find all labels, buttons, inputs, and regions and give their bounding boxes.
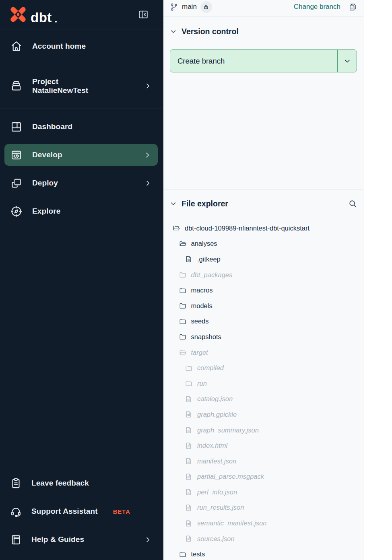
tree-item-sources.json[interactable]: sources.json	[170, 531, 357, 547]
copy-button[interactable]	[348, 2, 357, 12]
change-branch-link[interactable]: Change branch	[294, 3, 340, 11]
dbt-logo-icon	[9, 5, 27, 24]
version-control-panel: main Change branch	[163, 0, 363, 560]
sidebar-item-leave-feedback[interactable]: Leave feedback	[0, 469, 163, 497]
create-branch-dropdown-button[interactable]	[337, 50, 357, 72]
chevron-right-icon	[144, 151, 151, 159]
dbt-logo-dot	[55, 21, 57, 23]
collapse-sidebar-button[interactable]	[138, 9, 149, 20]
chevron-right-icon	[144, 536, 152, 544]
sidebar-footer: Leave feedback Support Assistant BETA	[0, 469, 163, 560]
project-name: NatalieNewTest	[32, 86, 88, 95]
collapse-sidebar-icon	[138, 9, 149, 20]
tree-item-partial_parse.msgpack[interactable]: partial_parse.msgpack	[170, 469, 357, 485]
folder-icon	[179, 286, 187, 294]
file-tree: dbt-cloud-109989-nfianntest-dbt-quicksta…	[170, 220, 357, 560]
tree-item-semantic_manifest.json[interactable]: semantic_manifest.json	[170, 515, 357, 531]
sidebar-item-explore[interactable]: Explore	[0, 197, 163, 225]
chevron-right-icon	[144, 179, 152, 187]
tree-item-dbt_packages[interactable]: dbt_packages	[170, 267, 357, 283]
develop-code-window-icon	[10, 148, 23, 162]
section-title: File explorer	[182, 199, 228, 208]
file-icon	[185, 473, 193, 481]
sidebar-item-label: Leave feedback	[31, 479, 89, 488]
folder-icon	[179, 550, 187, 558]
editor-area	[363, 0, 392, 560]
tree-item-.gitkeep[interactable]: .gitkeep	[170, 251, 357, 267]
tree-item-run_results.json[interactable]: run_results.json	[170, 500, 357, 516]
tree-item-catalog.json[interactable]: catalog.json	[170, 391, 357, 407]
sidebar-item-account-home[interactable]: Account home	[0, 29, 163, 63]
home-icon	[10, 39, 23, 53]
file-icon	[185, 255, 193, 263]
folder-icon	[179, 317, 187, 325]
folder-icon	[179, 271, 187, 279]
sidebar-item-label: Help & Guides	[31, 535, 84, 544]
app-root: dbt Account home	[0, 0, 392, 560]
tree-item-compiled[interactable]: compiled	[170, 360, 357, 376]
create-branch-button[interactable]: Create branch	[170, 50, 337, 72]
tree-item-analyses[interactable]: analyses	[170, 236, 357, 252]
dashboard-icon	[10, 120, 23, 134]
sidebar-item-label: Explore	[32, 207, 60, 216]
sidebar-item-develop[interactable]: Develop	[4, 144, 158, 166]
tree-item-snapshots[interactable]: snapshots	[170, 329, 357, 345]
folder-icon	[179, 302, 187, 310]
sidebar-item-label: Account home	[32, 42, 86, 51]
tree-item-graph_summary.json[interactable]: graph_summary.json	[170, 422, 357, 438]
current-branch-name: main	[182, 3, 197, 11]
tree-item-macros[interactable]: macros	[170, 282, 357, 298]
sidebar: dbt Account home	[0, 0, 163, 560]
file-icon	[185, 426, 193, 434]
tree-item-seeds[interactable]: seeds	[170, 314, 357, 329]
project-stack-icon	[10, 79, 23, 93]
tree-item-index.html[interactable]: index.html	[170, 438, 357, 453]
file-explorer-header[interactable]: File explorer	[170, 199, 357, 208]
folder-icon	[185, 364, 193, 372]
tree-item-perf_info.json[interactable]: perf_info.json	[170, 484, 357, 500]
sidebar-item-label: Develop	[32, 150, 62, 159]
sidebar-item-label: Dashboard	[32, 122, 72, 131]
dbt-logo[interactable]: dbt	[9, 5, 57, 24]
chevron-down-icon	[343, 57, 351, 65]
tree-item-run[interactable]: run	[170, 376, 357, 391]
sidebar-item-dashboard[interactable]: Dashboard	[0, 113, 163, 141]
copy-icon	[348, 2, 357, 12]
tree-item-target[interactable]: target	[170, 345, 357, 360]
branch-bar-actions: Change branch	[294, 2, 357, 12]
branch-readonly-badge	[200, 1, 212, 13]
branch-bar: main Change branch	[163, 0, 363, 16]
tree-item-models[interactable]: models	[170, 298, 357, 314]
tree-item-manifest.json[interactable]: manifest.json	[170, 453, 357, 469]
file-icon	[185, 504, 193, 512]
file-icon	[185, 442, 193, 450]
search-icon	[348, 199, 357, 208]
sidebar-item-label: Support Assistant	[31, 507, 98, 516]
chevron-down-icon	[170, 200, 177, 207]
dbt-logo-text: dbt	[31, 11, 52, 24]
file-icon	[185, 488, 193, 496]
sidebar-item-deploy[interactable]: Deploy	[0, 169, 163, 197]
folder-icon	[185, 379, 193, 387]
folder-open-icon	[179, 240, 187, 248]
file-icon	[185, 410, 193, 418]
sidebar-item-help-guides[interactable]: Help & Guides	[0, 525, 163, 554]
version-control-header[interactable]: Version control	[170, 27, 357, 36]
sidebar-item-support-assistant[interactable]: Support Assistant BETA	[0, 497, 163, 525]
tree-item-graph.gpickle[interactable]: graph.gpickle	[170, 407, 357, 422]
git-branch-icon	[170, 3, 178, 11]
clipboard-icon	[10, 477, 22, 490]
sidebar-item-project[interactable]: Project NatalieNewTest	[0, 63, 163, 109]
headset-icon	[10, 505, 22, 518]
file-icon	[185, 395, 193, 403]
sidebar-item-label: Deploy	[32, 179, 58, 187]
tree-item-dbt-cloud-109989-nfianntest-dbt-quickstart[interactable]: dbt-cloud-109989-nfianntest-dbt-quicksta…	[170, 220, 357, 236]
folder-open-icon	[172, 224, 180, 232]
book-icon	[10, 533, 22, 546]
chevron-right-icon	[144, 82, 152, 90]
file-search-button[interactable]	[348, 199, 357, 208]
lock-icon	[203, 4, 209, 10]
file-icon	[185, 535, 193, 543]
tree-item-tests[interactable]: tests	[170, 546, 357, 560]
file-explorer-section: File explorer dbt-cloud-109989-nfianntes…	[163, 189, 363, 560]
